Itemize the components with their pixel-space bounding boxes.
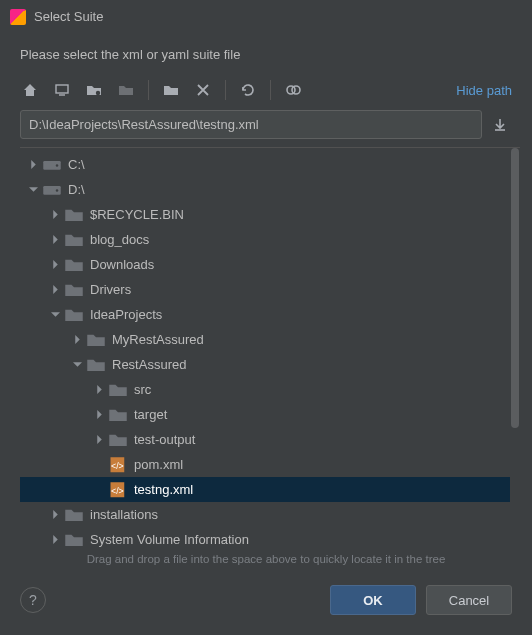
svg-text:</>: </> bbox=[111, 485, 124, 495]
tree-item-label: installations bbox=[90, 507, 158, 522]
path-input[interactable] bbox=[20, 110, 482, 139]
path-row bbox=[0, 110, 532, 147]
toolbar: Hide path bbox=[0, 80, 532, 110]
drive-icon bbox=[42, 182, 62, 198]
folder-icon bbox=[64, 507, 84, 523]
toolbar-divider bbox=[148, 80, 149, 100]
arrow-placeholder bbox=[92, 483, 106, 497]
folder-icon bbox=[64, 207, 84, 223]
module-icon[interactable] bbox=[116, 80, 136, 100]
tree-item-label: testng.xml bbox=[134, 482, 193, 497]
chevron-down-icon[interactable] bbox=[26, 183, 40, 197]
window-title: Select Suite bbox=[34, 9, 514, 24]
svg-point-1 bbox=[96, 91, 100, 95]
hide-path-link[interactable]: Hide path bbox=[456, 83, 512, 98]
chevron-right-icon[interactable] bbox=[48, 258, 62, 272]
folder-icon bbox=[86, 332, 106, 348]
xml-icon: </> bbox=[108, 457, 128, 473]
chevron-right-icon[interactable] bbox=[92, 408, 106, 422]
folder-icon bbox=[86, 357, 106, 373]
folder-myrestassured[interactable]: MyRestAssured bbox=[20, 327, 510, 352]
tree-item-label: src bbox=[134, 382, 151, 397]
project-icon[interactable] bbox=[84, 80, 104, 100]
folder-target[interactable]: target bbox=[20, 402, 510, 427]
toolbar-divider bbox=[270, 80, 271, 100]
tree-container: C:\D:\$RECYCLE.BINblog_docsDownloadsDriv… bbox=[20, 147, 520, 547]
file-tree[interactable]: C:\D:\$RECYCLE.BINblog_docsDownloadsDriv… bbox=[20, 148, 510, 547]
tree-item-label: $RECYCLE.BIN bbox=[90, 207, 184, 222]
file-testng-xml[interactable]: </>testng.xml bbox=[20, 477, 510, 502]
tree-item-label: Drivers bbox=[90, 282, 131, 297]
home-icon[interactable] bbox=[20, 80, 40, 100]
folder-icon bbox=[64, 232, 84, 248]
svg-point-7 bbox=[56, 189, 59, 192]
tree-item-label: pom.xml bbox=[134, 457, 183, 472]
tree-item-label: Downloads bbox=[90, 257, 154, 272]
arrow-placeholder bbox=[92, 458, 106, 472]
chevron-down-icon[interactable] bbox=[70, 358, 84, 372]
scroll-thumb[interactable] bbox=[511, 148, 519, 428]
folder-downloads[interactable]: Downloads bbox=[20, 252, 510, 277]
svg-text:</>: </> bbox=[111, 460, 124, 470]
folder-sysvolinfo[interactable]: System Volume Information bbox=[20, 527, 510, 547]
folder-icon bbox=[64, 532, 84, 548]
folder-restassured[interactable]: RestAssured bbox=[20, 352, 510, 377]
tree-item-label: IdeaProjects bbox=[90, 307, 162, 322]
chevron-right-icon[interactable] bbox=[92, 433, 106, 447]
svg-point-5 bbox=[56, 164, 59, 167]
tree-item-label: MyRestAssured bbox=[112, 332, 204, 347]
folder-test-output[interactable]: test-output bbox=[20, 427, 510, 452]
chevron-right-icon[interactable] bbox=[48, 208, 62, 222]
chevron-right-icon[interactable] bbox=[70, 333, 84, 347]
close-icon[interactable] bbox=[514, 6, 522, 27]
scrollbar[interactable] bbox=[510, 148, 520, 547]
chevron-right-icon[interactable] bbox=[48, 508, 62, 522]
help-button[interactable]: ? bbox=[20, 587, 46, 613]
folder-blog-docs[interactable]: blog_docs bbox=[20, 227, 510, 252]
tree-item-label: C:\ bbox=[68, 157, 85, 172]
app-icon bbox=[10, 9, 26, 25]
ok-button[interactable]: OK bbox=[330, 585, 416, 615]
xml-icon: </> bbox=[108, 482, 128, 498]
folder-recyclebin[interactable]: $RECYCLE.BIN bbox=[20, 202, 510, 227]
folder-icon bbox=[64, 257, 84, 273]
tree-item-label: D:\ bbox=[68, 182, 85, 197]
titlebar: Select Suite bbox=[0, 0, 532, 33]
folder-icon bbox=[64, 282, 84, 298]
chevron-right-icon[interactable] bbox=[48, 283, 62, 297]
delete-icon[interactable] bbox=[193, 80, 213, 100]
cancel-button[interactable]: Cancel bbox=[426, 585, 512, 615]
folder-src[interactable]: src bbox=[20, 377, 510, 402]
instruction-text: Please select the xml or yaml suite file bbox=[0, 33, 532, 80]
folder-ideaprojects[interactable]: IdeaProjects bbox=[20, 302, 510, 327]
folder-installations[interactable]: installations bbox=[20, 502, 510, 527]
folder-drivers[interactable]: Drivers bbox=[20, 277, 510, 302]
new-folder-icon[interactable] bbox=[161, 80, 181, 100]
folder-icon bbox=[64, 307, 84, 323]
file-pom-xml[interactable]: </>pom.xml bbox=[20, 452, 510, 477]
folder-icon bbox=[108, 432, 128, 448]
svg-point-3 bbox=[292, 86, 300, 94]
drive-c[interactable]: C:\ bbox=[20, 152, 510, 177]
chevron-right-icon[interactable] bbox=[48, 533, 62, 547]
folder-icon bbox=[108, 382, 128, 398]
drive-d[interactable]: D:\ bbox=[20, 177, 510, 202]
svg-rect-0 bbox=[56, 85, 68, 93]
show-hidden-icon[interactable] bbox=[283, 80, 303, 100]
chevron-right-icon[interactable] bbox=[48, 233, 62, 247]
tree-item-label: System Volume Information bbox=[90, 532, 249, 547]
toolbar-divider bbox=[225, 80, 226, 100]
tree-item-label: RestAssured bbox=[112, 357, 186, 372]
drop-hint: Drag and drop a file into the space abov… bbox=[0, 547, 532, 575]
refresh-icon[interactable] bbox=[238, 80, 258, 100]
tree-item-label: test-output bbox=[134, 432, 195, 447]
footer: ? OK Cancel bbox=[0, 575, 532, 635]
tree-item-label: blog_docs bbox=[90, 232, 149, 247]
desktop-icon[interactable] bbox=[52, 80, 72, 100]
tree-item-label: target bbox=[134, 407, 167, 422]
save-path-icon[interactable] bbox=[488, 111, 512, 139]
chevron-down-icon[interactable] bbox=[48, 308, 62, 322]
drive-icon bbox=[42, 157, 62, 173]
chevron-right-icon[interactable] bbox=[26, 158, 40, 172]
chevron-right-icon[interactable] bbox=[92, 383, 106, 397]
